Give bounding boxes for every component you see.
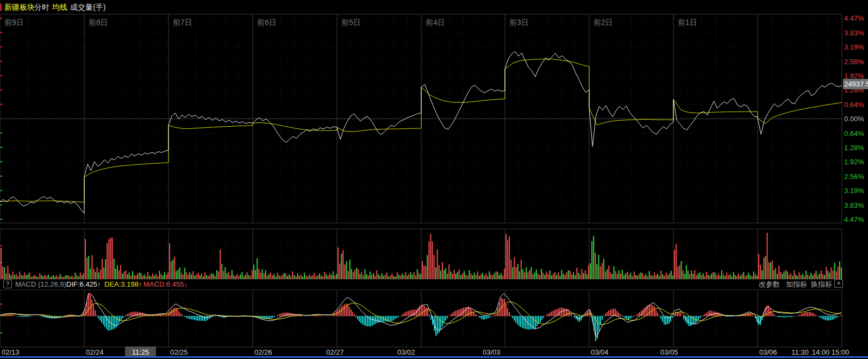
volume-bar xyxy=(733,272,734,279)
tab-ma-line[interactable]: 均线 xyxy=(52,3,67,11)
volume-bar xyxy=(344,264,345,279)
macd-histogram-bar xyxy=(414,310,415,316)
volume-bar xyxy=(836,271,837,279)
volume-bar xyxy=(13,271,14,279)
volume-bar xyxy=(496,271,497,279)
macd-histogram-bar xyxy=(519,316,520,326)
volume-bar xyxy=(221,264,222,279)
macd-histogram-bar xyxy=(212,316,213,317)
macd-histogram-bar xyxy=(603,315,604,316)
macd-histogram-bar xyxy=(752,315,753,316)
tab-minute-chart[interactable]: 分时 xyxy=(34,3,49,11)
volume-bar xyxy=(574,275,576,279)
macd-histogram-bar xyxy=(825,316,826,320)
macd-histogram-bar xyxy=(815,315,816,316)
volume-bar xyxy=(711,274,712,279)
macd-histogram-bar xyxy=(318,315,319,316)
macd-histogram-bar xyxy=(183,315,184,316)
macd-histogram-bar xyxy=(157,315,158,316)
macd-histogram-bar xyxy=(10,314,11,316)
price-axis-label: 0.64% xyxy=(844,101,864,108)
macd-histogram-bar xyxy=(695,316,696,324)
volume-bar xyxy=(1,248,2,279)
volume-bar xyxy=(632,276,633,279)
price-axis-label: 1.28% xyxy=(844,144,864,151)
volume-bar xyxy=(342,250,344,279)
volume-bar xyxy=(432,242,433,279)
volume-bar xyxy=(296,276,297,279)
close-icon[interactable]: × xyxy=(834,279,843,288)
day-label: 前5日 xyxy=(341,18,361,26)
volume-bar xyxy=(252,270,253,279)
switch-indicator-button[interactable]: 换指标 xyxy=(811,281,832,288)
macd-histogram-bar xyxy=(85,309,86,316)
volume-bar xyxy=(782,274,783,279)
macd-histogram-bar xyxy=(605,313,606,316)
volume-bar xyxy=(628,275,629,279)
volume-bar xyxy=(233,275,234,279)
volume-bar xyxy=(422,261,423,279)
volume-bar xyxy=(510,259,511,279)
volume-bar xyxy=(684,274,685,279)
macd-histogram-bar xyxy=(554,310,555,317)
volume-bar xyxy=(39,273,40,279)
macd-histogram-bar xyxy=(698,316,699,320)
volume-bar xyxy=(16,274,17,279)
volume-bar xyxy=(241,272,242,279)
volume-bar xyxy=(56,275,57,279)
macd-histogram-bar xyxy=(166,315,167,316)
volume-bar xyxy=(80,273,81,279)
volume-bar xyxy=(769,262,770,279)
macd-histogram-bar xyxy=(181,314,182,317)
volume-bar xyxy=(455,274,457,279)
volume-bar xyxy=(164,272,165,279)
volume-bar xyxy=(623,275,625,279)
volume-bar xyxy=(810,273,811,279)
macd-histogram-bar xyxy=(484,316,485,319)
axis-tick-mark xyxy=(0,89,2,90)
volume-bar xyxy=(272,275,273,279)
volume-bar xyxy=(73,277,74,279)
macd-histogram-bar xyxy=(514,316,515,320)
volume-bar xyxy=(240,274,241,279)
macd-histogram-bar xyxy=(408,311,409,316)
volume-bar xyxy=(645,274,646,279)
volume-bar xyxy=(157,276,158,279)
volume-bar xyxy=(48,275,49,279)
volume-bar xyxy=(777,274,778,279)
volume-bar xyxy=(551,275,552,279)
volume-bar xyxy=(714,273,715,279)
macd-histogram-bar xyxy=(109,316,110,330)
volume-bar xyxy=(669,274,670,280)
macd-histogram-bar xyxy=(357,316,358,319)
volume-bar xyxy=(90,269,91,279)
volume-bar xyxy=(703,273,704,279)
volume-bar xyxy=(502,276,503,280)
macd-histogram-bar xyxy=(809,312,810,316)
chart-canvas[interactable] xyxy=(0,0,868,359)
macd-histogram-bar xyxy=(435,316,436,336)
macd-histogram-bar xyxy=(132,312,133,316)
price-axis-label: 3.83% xyxy=(844,29,864,36)
volume-bar xyxy=(519,271,520,279)
volume-bar xyxy=(412,275,413,279)
volume-bar xyxy=(410,272,411,279)
volume-bar xyxy=(38,277,39,279)
macd-histogram-bar xyxy=(496,314,497,316)
tab-volume[interactable]: 成交量(手) xyxy=(70,3,105,11)
volume-bar xyxy=(505,234,507,279)
volume-bar xyxy=(469,270,470,280)
volume-bar xyxy=(725,276,726,279)
volume-bar xyxy=(767,233,768,279)
change-params-button[interactable]: 改参数 xyxy=(759,281,780,288)
volume-bar xyxy=(294,275,295,279)
volume-bar xyxy=(425,266,426,279)
help-icon[interactable]: ? xyxy=(3,280,12,288)
volume-bar xyxy=(482,273,483,279)
macd-histogram-bar xyxy=(530,316,531,329)
time-axis-label: 02/25 xyxy=(170,349,188,356)
macd-histogram-bar xyxy=(669,316,670,324)
volume-bar xyxy=(732,276,733,279)
add-indicator-button[interactable]: 加指标 xyxy=(786,281,807,288)
macd-histogram-bar xyxy=(161,315,163,316)
